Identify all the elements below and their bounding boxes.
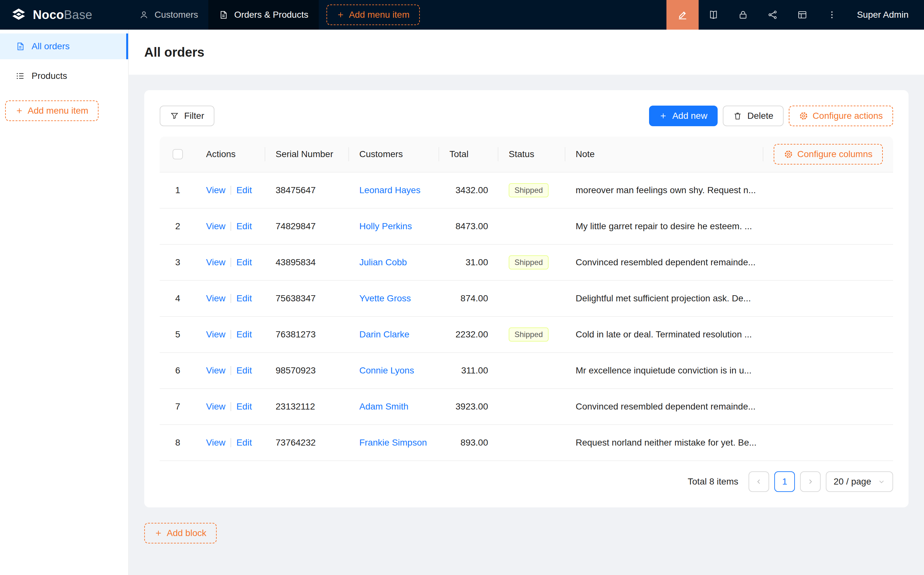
configure-actions-button[interactable]: Configure actions	[789, 106, 893, 126]
total-value: 893.00	[460, 438, 488, 448]
add-menu-item-button-sidebar[interactable]: Add menu item	[5, 100, 98, 121]
page-number-button[interactable]: 1	[774, 471, 795, 492]
page-header: All orders	[129, 30, 924, 75]
status-tag: Shipped	[509, 183, 549, 197]
view-link[interactable]: View	[206, 402, 225, 412]
serial-number-value: 76381273	[276, 329, 316, 340]
table-row[interactable]: 1 View Edit 38475647 Leonard Hayes 3432.…	[160, 173, 893, 209]
sidebar-item-all-orders[interactable]: All orders	[0, 33, 128, 59]
edit-link[interactable]: Edit	[236, 365, 252, 376]
table-row[interactable]: 8 View Edit 73764232 Frankie Simpson 893…	[160, 425, 893, 461]
chevron-right-icon	[807, 478, 814, 486]
action-divider	[230, 186, 231, 195]
customer-link[interactable]: Holly Perkins	[359, 221, 412, 232]
table-row[interactable]: 4 View Edit 75638347 Yvette Gross 874.00…	[160, 281, 893, 317]
table-row[interactable]: 7 View Edit 23132112 Adam Smith 3923.00 …	[160, 389, 893, 425]
next-page-button[interactable]	[800, 471, 821, 492]
nocobase-logo[interactable]: NocoBase	[0, 0, 129, 30]
customer-link[interactable]: Yvette Gross	[359, 293, 411, 303]
gear-icon	[799, 111, 808, 121]
column-header-label: Actions	[206, 149, 236, 159]
view-link[interactable]: View	[206, 329, 225, 340]
view-link[interactable]: View	[206, 293, 225, 303]
edit-link[interactable]: Edit	[236, 257, 252, 268]
toolbar-right-actions: Add new Delete Configure a	[649, 106, 893, 126]
pagination: Total 8 items 1 20 / page	[160, 471, 893, 492]
security-button[interactable]	[728, 0, 758, 30]
note-value: Convinced resembled dependent remainde..…	[576, 257, 756, 268]
edit-link[interactable]: Edit	[236, 185, 252, 195]
status-tag: Shipped	[509, 327, 549, 342]
serial-number-value: 98570923	[276, 365, 316, 376]
prev-page-button[interactable]	[749, 471, 769, 492]
column-header-serial-number[interactable]: Serial Number	[265, 149, 349, 159]
add-block-label: Add block	[167, 528, 206, 538]
total-value: 3432.00	[456, 185, 488, 195]
edit-link[interactable]: Edit	[236, 438, 252, 448]
layout-icon	[797, 10, 807, 20]
customer-link[interactable]: Leonard Hayes	[359, 185, 421, 195]
row-index: 5	[175, 329, 180, 340]
page-size-select[interactable]: 20 / page	[826, 471, 893, 492]
view-link[interactable]: View	[206, 257, 225, 268]
column-header-status[interactable]: Status	[499, 149, 565, 159]
add-menu-item-button-navbar[interactable]: Add menu item	[327, 5, 420, 25]
user-menu[interactable]: Super Admin	[847, 10, 924, 20]
customer-link[interactable]: Connie Lyons	[359, 365, 414, 376]
customer-link[interactable]: Julian Cobb	[359, 257, 407, 268]
docs-button[interactable]	[699, 0, 728, 30]
customer-link[interactable]: Frankie Simpson	[359, 438, 427, 448]
gear-icon	[784, 150, 793, 159]
page-title: All orders	[144, 45, 205, 60]
select-all-checkbox[interactable]	[173, 149, 183, 159]
table-row[interactable]: 6 View Edit 98570923 Connie Lyons 311.00…	[160, 353, 893, 389]
add-block-button[interactable]: Add block	[144, 523, 217, 543]
share-nodes-icon	[768, 10, 778, 20]
edit-link[interactable]: Edit	[236, 221, 252, 232]
delete-label: Delete	[747, 111, 773, 121]
configure-columns-button[interactable]: Configure columns	[774, 144, 883, 165]
edit-link[interactable]: Edit	[236, 293, 252, 303]
nav-tab-label: Orders & Products	[234, 10, 308, 20]
chevron-down-icon	[878, 478, 885, 486]
serial-number-value: 74829847	[276, 221, 316, 232]
table-row[interactable]: 2 View Edit 74829847 Holly Perkins 8473.…	[160, 209, 893, 245]
delete-button[interactable]: Delete	[723, 106, 784, 126]
total-value: 2232.00	[456, 329, 488, 340]
serial-number-value: 38475647	[276, 185, 316, 195]
total-value: 311.00	[461, 365, 488, 376]
edit-link[interactable]: Edit	[236, 329, 252, 340]
action-divider	[230, 258, 231, 267]
table-row[interactable]: 5 View Edit 76381273 Darin Clarke 2232.0…	[160, 317, 893, 353]
view-link[interactable]: View	[206, 221, 225, 232]
column-header-label: Note	[576, 149, 595, 159]
settings-center-button[interactable]	[787, 0, 817, 30]
chevron-left-icon	[755, 478, 763, 486]
add-new-button[interactable]: Add new	[649, 106, 718, 126]
api-button[interactable]	[758, 0, 787, 30]
view-link[interactable]: View	[206, 365, 225, 376]
column-header-total[interactable]: Total	[439, 149, 499, 159]
nav-tab-customers[interactable]: Customers	[129, 0, 208, 30]
edit-link[interactable]: Edit	[236, 402, 252, 412]
customer-link[interactable]: Darin Clarke	[359, 329, 410, 340]
column-header-customers[interactable]: Customers	[349, 149, 439, 159]
table-row[interactable]: 3 View Edit 43895834 Julian Cobb 31.00 S…	[160, 245, 893, 281]
total-value: 874.00	[460, 293, 488, 303]
nav-tab-orders-products[interactable]: Orders & Products	[208, 0, 318, 30]
sidebar-item-label: Products	[32, 71, 67, 81]
view-link[interactable]: View	[206, 438, 225, 448]
more-button[interactable]	[817, 0, 847, 30]
action-divider	[230, 366, 231, 375]
view-link[interactable]: View	[206, 185, 225, 195]
sidebar-item-products[interactable]: Products	[0, 63, 128, 89]
ui-editor-button[interactable]	[667, 0, 699, 30]
page-content: Filter Add new De	[129, 75, 924, 559]
plus-icon	[16, 107, 23, 114]
column-header-actions[interactable]: Actions	[196, 149, 265, 159]
logo-text: NocoBase	[33, 8, 92, 22]
filter-button[interactable]: Filter	[160, 106, 214, 126]
column-header-note[interactable]: Note	[565, 149, 764, 159]
table-toolbar: Filter Add new De	[160, 106, 893, 126]
customer-link[interactable]: Adam Smith	[359, 402, 408, 412]
